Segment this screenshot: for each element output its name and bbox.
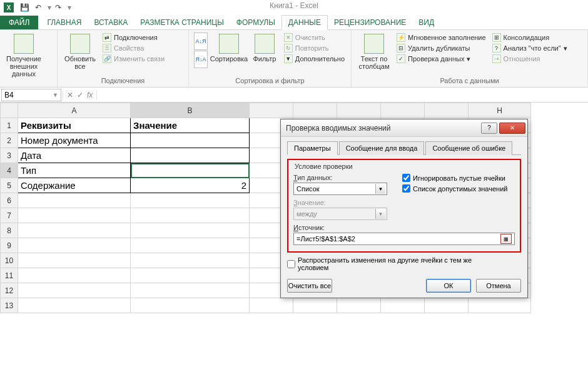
- col-header[interactable]: [293, 103, 337, 118]
- tab-formulas[interactable]: ФОРМУЛЫ: [230, 16, 281, 29]
- validation-criteria-fieldset: Условие проверки ТТип данных:ип данных: …: [287, 159, 521, 253]
- sort-asc-button[interactable]: А↓Я: [194, 33, 208, 50]
- type-select[interactable]: Список▼: [293, 183, 387, 195]
- row-header[interactable]: 2: [1, 133, 18, 148]
- col-header-B[interactable]: B: [131, 103, 250, 118]
- name-box[interactable]: B4▼: [1, 89, 61, 101]
- row-header[interactable]: 7: [1, 208, 18, 223]
- row-header[interactable]: 4: [1, 163, 18, 178]
- remove-duplicates-button[interactable]: ⊟Удалить дубликаты: [395, 43, 487, 53]
- consolidate-icon: ⊞: [492, 33, 501, 42]
- row-header[interactable]: 11: [1, 268, 18, 283]
- row-header[interactable]: 10: [1, 253, 18, 268]
- sort-desc-button[interactable]: Я↓А: [194, 51, 208, 68]
- cancel-entry-icon[interactable]: ✕: [67, 91, 73, 99]
- clear-button[interactable]: ✕Очистить: [283, 33, 346, 43]
- dialog-tab-parameters[interactable]: Параметры: [287, 141, 338, 155]
- chevron-down-icon[interactable]: ▼: [375, 184, 385, 194]
- close-icon[interactable]: ✕: [499, 123, 525, 134]
- col-header[interactable]: [250, 103, 293, 118]
- properties-icon: ☰: [103, 44, 111, 53]
- enter-entry-icon[interactable]: ✓: [77, 91, 83, 99]
- filter-icon: [255, 34, 275, 54]
- source-label: Источник:: [293, 224, 515, 231]
- group-label-connections: Подключения: [63, 77, 183, 86]
- cell[interactable]: 2: [131, 178, 250, 193]
- ok-button[interactable]: ОК: [426, 279, 471, 293]
- chevron-down-icon[interactable]: ▼: [53, 92, 58, 98]
- fx-icon[interactable]: fx: [87, 91, 93, 99]
- cell-selected[interactable]: ▼: [131, 163, 250, 178]
- connections-icon: ⇄: [103, 33, 111, 42]
- refresh-all-button[interactable]: Обновить все: [63, 33, 98, 71]
- row-header[interactable]: 6: [1, 193, 18, 208]
- formula-bar: B4▼ ✕ ✓ fx: [0, 88, 588, 103]
- sort-button[interactable]: Сортировка: [211, 33, 246, 64]
- tab-insert[interactable]: ВСТАВКА: [88, 16, 134, 29]
- tab-home[interactable]: ГЛАВНАЯ: [41, 16, 88, 29]
- row-header[interactable]: 1: [1, 118, 18, 133]
- undo-icon[interactable]: ↶: [33, 2, 44, 13]
- row-header[interactable]: 9: [1, 238, 18, 253]
- filter-button[interactable]: Фильтр: [250, 33, 279, 64]
- relations-icon: ⇢: [492, 54, 501, 63]
- clear-all-button[interactable]: Очистить все: [287, 279, 332, 293]
- advanced-icon: ▼: [284, 54, 293, 63]
- chevron-down-icon: ▼: [375, 209, 385, 219]
- redo-icon[interactable]: ↷: [53, 2, 64, 13]
- flash-fill-button[interactable]: ⚡Мгновенное заполнение: [395, 33, 487, 43]
- help-icon[interactable]: ?: [481, 123, 497, 134]
- cell[interactable]: [131, 148, 250, 163]
- tab-file[interactable]: ФАЙЛ: [0, 16, 38, 29]
- tab-pagelayout[interactable]: РАЗМЕТКА СТРАНИЦЫ: [134, 16, 230, 29]
- col-header-A[interactable]: A: [18, 103, 131, 118]
- text-to-columns-button[interactable]: Текст по столбцам: [357, 33, 392, 71]
- propagate-checkbox[interactable]: Распространить изменения на другие ячейк…: [287, 256, 521, 271]
- tab-view[interactable]: ВИД: [412, 16, 440, 29]
- cell[interactable]: [131, 133, 250, 148]
- refresh-icon: [70, 34, 90, 54]
- whatif-button[interactable]: ?Анализ "что если" ▾: [491, 43, 569, 53]
- in-cell-dropdown-checkbox[interactable]: Список допустимых значений: [402, 184, 515, 193]
- row-header[interactable]: 8: [1, 223, 18, 238]
- cancel-button[interactable]: Отмена: [476, 279, 521, 293]
- edit-links-button[interactable]: 🔗Изменить связи: [101, 54, 166, 64]
- cell[interactable]: Тип: [18, 163, 131, 178]
- cell[interactable]: Значение: [131, 118, 250, 133]
- row-header[interactable]: 13: [1, 298, 18, 313]
- connections-button[interactable]: ⇄Подключения: [101, 33, 166, 43]
- tab-review[interactable]: РЕЦЕНЗИРОВАНИЕ: [328, 16, 412, 29]
- reapply-button[interactable]: ↻Повторить: [283, 43, 346, 53]
- row-header[interactable]: 5: [1, 178, 18, 193]
- save-icon[interactable]: 💾: [19, 2, 30, 13]
- edit-links-icon: 🔗: [103, 54, 111, 63]
- consolidate-button[interactable]: ⊞Консолидация: [491, 33, 569, 43]
- cell[interactable]: Реквизиты: [18, 118, 131, 133]
- select-all-button[interactable]: [1, 103, 18, 118]
- row-header[interactable]: 12: [1, 283, 18, 298]
- cell[interactable]: Дата: [18, 148, 131, 163]
- dropdown-icon[interactable]: ▾: [48, 3, 51, 12]
- range-picker-icon[interactable]: ▦: [500, 234, 512, 244]
- ignore-blank-checkbox[interactable]: Игнорировать пустые ячейки: [402, 174, 515, 182]
- dialog-tab-input-message[interactable]: Сообщение для ввода: [339, 141, 425, 155]
- properties-button[interactable]: ☰Свойства: [101, 43, 166, 53]
- col-header[interactable]: [425, 103, 469, 118]
- advanced-button[interactable]: ▼Дополнительно: [283, 54, 346, 64]
- source-input[interactable]: =Лист5!$A$1:$A$2▦: [293, 233, 515, 245]
- tab-data[interactable]: ДАННЫЕ: [281, 15, 328, 30]
- get-external-data-button[interactable]: Получение внешних данных: [5, 33, 43, 79]
- col-header[interactable]: [337, 103, 381, 118]
- dialog-tab-error-alert[interactable]: Сообщение об ошибке: [425, 141, 512, 155]
- relations-button[interactable]: ⇢Отношения: [491, 54, 569, 64]
- dropdown-icon[interactable]: ▾: [68, 3, 71, 12]
- group-connections: Обновить все ⇄Подключения ☰Свойства 🔗Изм…: [58, 30, 189, 87]
- row-header[interactable]: 3: [1, 148, 18, 163]
- dialog-titlebar[interactable]: Проверка вводимых значений ? ✕: [281, 119, 527, 137]
- data-validation-button[interactable]: ✓Проверка данных ▾: [395, 54, 487, 64]
- cell[interactable]: Содержание: [18, 178, 131, 193]
- quick-access-toolbar: X 💾 ↶▾ ↷▾: [0, 0, 588, 15]
- col-header-H[interactable]: H: [469, 103, 531, 118]
- cell[interactable]: Номер документа: [18, 133, 131, 148]
- col-header[interactable]: [381, 103, 425, 118]
